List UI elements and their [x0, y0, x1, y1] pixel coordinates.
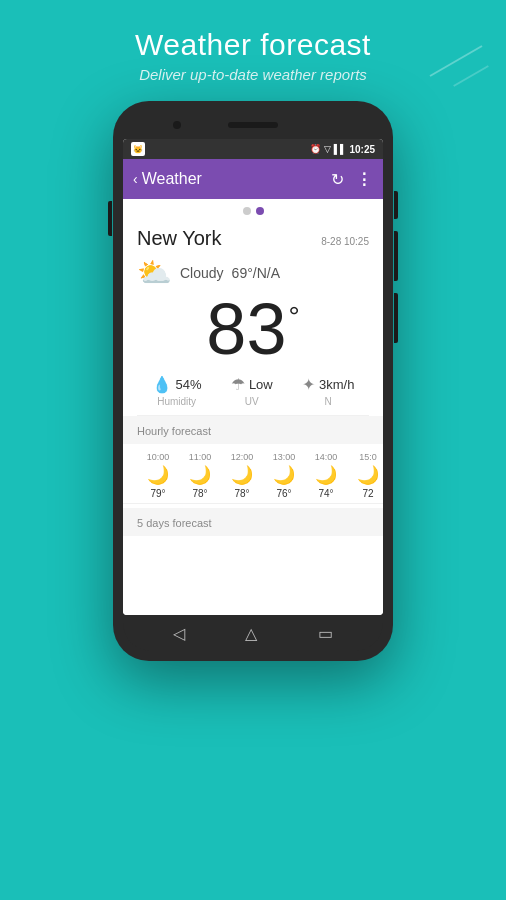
signal-icon: ▌▌ [334, 144, 347, 154]
home-nav-button[interactable]: △ [245, 624, 257, 643]
deco-line-2 [453, 65, 489, 87]
phone-mockup: 🐱 ⏰ ▽ ▌▌ 10:25 ‹ Weather ↻ ⋮ [113, 101, 393, 661]
phone-bottom-nav: ◁ △ ▭ [123, 615, 383, 651]
uv-stat: ☂ Low UV [231, 375, 273, 407]
hourly-item-4: 14:00 🌙 74° [305, 452, 347, 499]
app-bar-right: ↻ ⋮ [331, 170, 373, 189]
hourly-item-2: 12:00 🌙 78° [221, 452, 263, 499]
notification-icon: 🐱 [131, 142, 145, 156]
humidity-icon: 💧 [152, 375, 172, 394]
power-button [394, 191, 398, 219]
hourly-section-header: Hourly forecast [123, 416, 383, 444]
hour-time-1: 11:00 [189, 452, 212, 462]
dot-1 [243, 207, 251, 215]
uv-label: UV [245, 396, 259, 407]
page-title: Weather forecast [135, 28, 371, 62]
wind-value: 3km/h [319, 377, 354, 392]
uv-icon-row: ☂ Low [231, 375, 273, 394]
hourly-item-3: 13:00 🌙 76° [263, 452, 305, 499]
hour-icon-2: 🌙 [231, 464, 253, 486]
wind-label: N [325, 396, 332, 407]
hourly-item-5: 15:0 🌙 72 [347, 452, 383, 499]
volume-down-button [394, 293, 398, 343]
app-bar-title: Weather [142, 170, 202, 188]
temp-range: 69°/N/A [232, 265, 280, 281]
hourly-forecast-row: 10:00 🌙 79° 11:00 🌙 78° 12:00 🌙 78° [123, 448, 383, 504]
more-button[interactable]: ⋮ [356, 170, 373, 189]
weather-content: New York 8-28 10:25 ⛅ Cloudy 69°/N/A 83°… [123, 219, 383, 615]
dot-2 [256, 207, 264, 215]
hour-icon-1: 🌙 [189, 464, 211, 486]
humidity-stat: 💧 54% Humidity [152, 375, 202, 407]
app-bar-left: ‹ Weather [133, 170, 202, 188]
days-section-header: 5 days forecast [123, 508, 383, 536]
volume-up-button [394, 231, 398, 281]
city-name: New York [137, 227, 222, 250]
hour-icon-0: 🌙 [147, 464, 169, 486]
hour-temp-2: 78° [234, 488, 249, 499]
hour-time-3: 13:00 [273, 452, 296, 462]
status-right: ⏰ ▽ ▌▌ 10:25 [310, 144, 375, 155]
hour-icon-3: 🌙 [273, 464, 295, 486]
date-time: 8-28 10:25 [321, 236, 369, 247]
wifi-icon: ▽ [324, 144, 331, 154]
uv-icon: ☂ [231, 375, 245, 394]
condition-row: ⛅ Cloudy 69°/N/A [137, 256, 369, 289]
uv-value: Low [249, 377, 273, 392]
back-button[interactable]: ‹ [133, 171, 138, 187]
hour-icon-4: 🌙 [315, 464, 337, 486]
status-left: 🐱 [131, 142, 145, 156]
hourly-item-0: 10:00 🌙 79° [137, 452, 179, 499]
hour-icon-5: 🌙 [357, 464, 379, 486]
back-nav-button[interactable]: ◁ [173, 624, 185, 643]
hour-time-5: 15:0 [359, 452, 377, 462]
recent-nav-button[interactable]: ▭ [318, 624, 333, 643]
alarm-icon: ⏰ [310, 144, 321, 154]
wind-icon: ✦ [302, 375, 315, 394]
location-row: New York 8-28 10:25 [137, 227, 369, 250]
stats-row: 💧 54% Humidity ☂ Low UV [137, 375, 369, 416]
weather-icon: ⛅ [137, 256, 172, 289]
speaker [228, 122, 278, 128]
big-temperature: 83° [137, 293, 369, 365]
page-header: Weather forecast Deliver up-to-date weat… [135, 0, 371, 101]
hour-temp-1: 78° [192, 488, 207, 499]
front-camera [173, 121, 181, 129]
degree-symbol: ° [288, 303, 299, 331]
wind-stat: ✦ 3km/h N [302, 375, 354, 407]
hour-time-0: 10:00 [147, 452, 170, 462]
days-label: 5 days forecast [137, 517, 212, 529]
humidity-icon-row: 💧 54% [152, 375, 202, 394]
wind-icon-row: ✦ 3km/h [302, 375, 354, 394]
status-bar: 🐱 ⏰ ▽ ▌▌ 10:25 [123, 139, 383, 159]
page-subtitle: Deliver up-to-date weather reports [135, 66, 371, 83]
refresh-button[interactable]: ↻ [331, 170, 344, 189]
phone-top-bar [123, 111, 383, 139]
hour-temp-3: 76° [276, 488, 291, 499]
page-indicator [123, 199, 383, 219]
humidity-value: 54% [176, 377, 202, 392]
app-bar: ‹ Weather ↻ ⋮ [123, 159, 383, 199]
hour-time-2: 12:00 [231, 452, 254, 462]
hour-temp-0: 79° [150, 488, 165, 499]
condition-text: Cloudy [180, 265, 224, 281]
hour-time-4: 14:00 [315, 452, 338, 462]
hourly-item-1: 11:00 🌙 78° [179, 452, 221, 499]
humidity-label: Humidity [157, 396, 196, 407]
temp-number: 83 [206, 293, 286, 365]
hour-temp-4: 74° [318, 488, 333, 499]
hourly-label: Hourly forecast [137, 425, 211, 437]
status-time: 10:25 [349, 144, 375, 155]
phone-screen: 🐱 ⏰ ▽ ▌▌ 10:25 ‹ Weather ↻ ⋮ [123, 139, 383, 615]
hour-temp-5: 72 [362, 488, 373, 499]
volume-button [108, 201, 112, 236]
